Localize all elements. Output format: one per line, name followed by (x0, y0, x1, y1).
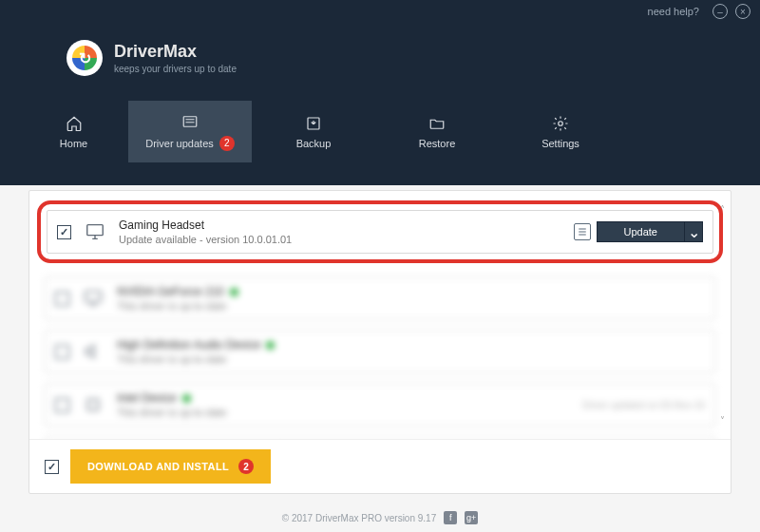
status-ok-icon (230, 288, 238, 296)
tab-backup[interactable]: Backup (252, 101, 375, 162)
tab-settings[interactable]: Settings (499, 101, 622, 162)
audio-icon (81, 341, 105, 362)
tab-restore[interactable]: Restore (375, 101, 499, 162)
minimize-button[interactable]: – (712, 4, 728, 19)
driver-row-blurred: High Definition Audio Device This driver… (45, 330, 715, 373)
download-install-label: DOWNLOAD AND INSTALL (87, 461, 229, 472)
list-icon (180, 113, 200, 130)
svg-rect-3 (87, 225, 104, 236)
highlighted-update-row: Gaming Headset Update available - versio… (37, 200, 723, 263)
app-window: need help? – × DriverMax keeps your driv… (0, 0, 760, 532)
driver-status: Update available - version 10.0.01.01 (119, 234, 562, 245)
svg-rect-0 (183, 116, 197, 126)
driver-list: Gaming Headset Update available - versio… (29, 191, 731, 439)
monitor-icon (83, 221, 107, 242)
details-icon[interactable] (574, 223, 591, 240)
content-panel: Gaming Headset Update available - versio… (28, 190, 732, 494)
update-button[interactable]: Update ⌄ (597, 221, 703, 242)
scroll-up-icon[interactable]: ˄ (717, 204, 727, 215)
driver-row-blurred: Intel Device This driver is up-to-date D… (45, 383, 715, 427)
copyright-text: © 2017 DriverMax PRO version 9.17 (282, 513, 436, 523)
status-ok-icon (266, 341, 275, 350)
updates-badge: 2 (219, 136, 235, 151)
facebook-icon[interactable]: f (444, 511, 457, 524)
monitor-icon (81, 288, 105, 309)
chevron-down-icon[interactable]: ⌄ (684, 221, 703, 242)
chip-icon (81, 394, 105, 415)
scrollbar[interactable]: ˄ ˅ (717, 204, 727, 426)
tab-label: Restore (419, 138, 456, 149)
driver-row-blurred: Intel(R) 82801 PCI Bridge - 244E This dr… (45, 436, 715, 439)
main-tabs: Home Driver updates 2 Backup Restore Set… (0, 101, 760, 162)
folder-icon (428, 115, 446, 132)
tab-home[interactable]: Home (0, 101, 128, 162)
google-plus-icon[interactable]: g+ (465, 511, 478, 524)
list-footer: DOWNLOAD AND INSTALL 2 (29, 439, 731, 493)
download-install-button[interactable]: DOWNLOAD AND INSTALL 2 (70, 449, 271, 484)
app-footer: © 2017 DriverMax PRO version 9.17 f g+ (0, 511, 760, 524)
driver-row-blurred: NVIDIA GeForce 210 This driver is up-to-… (45, 276, 715, 320)
row-checkbox (55, 292, 69, 306)
download-badge: 2 (238, 459, 254, 474)
svg-point-2 (559, 121, 563, 125)
app-logo-icon (66, 40, 103, 76)
scroll-down-icon[interactable]: ˅ (717, 415, 727, 426)
tab-label: Driver updates (145, 138, 214, 149)
tab-driver-updates[interactable]: Driver updates 2 (128, 101, 252, 162)
tab-label: Home (60, 138, 87, 149)
tab-label: Backup (296, 138, 332, 149)
select-all-checkbox[interactable] (45, 460, 59, 474)
row-checkbox (55, 345, 69, 359)
titlebar: need help? – × (0, 0, 760, 23)
help-link[interactable]: need help? (648, 6, 699, 17)
svg-rect-4 (86, 292, 102, 302)
row-checkbox (55, 398, 69, 412)
close-button[interactable]: × (735, 4, 750, 19)
svg-rect-5 (88, 400, 99, 410)
home-icon (65, 115, 84, 132)
driver-row-gaming-headset[interactable]: Gaming Headset Update available - versio… (47, 210, 713, 254)
update-button-label: Update (597, 221, 684, 242)
status-ok-icon (182, 394, 191, 403)
backup-icon (304, 115, 323, 132)
brand-header: DriverMax keeps your drivers up to date (0, 23, 760, 76)
driver-name: Gaming Headset (119, 218, 562, 232)
app-title: DriverMax (114, 42, 237, 62)
tab-label: Settings (542, 138, 580, 149)
row-checkbox[interactable] (57, 225, 71, 239)
gear-icon (551, 115, 570, 132)
app-tagline: keeps your drivers up to date (114, 64, 237, 74)
